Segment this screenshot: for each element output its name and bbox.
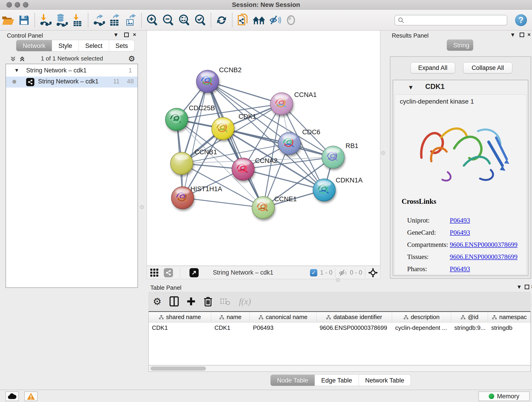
close-panel-icon[interactable]: × [133,32,136,38]
share-document-button[interactable] [235,12,251,28]
refresh-button[interactable] [214,12,230,28]
table-cell[interactable]: CDK1 [211,322,250,333]
memory-button[interactable]: Memory [478,391,530,401]
table-cell[interactable]: P06493 [250,322,317,333]
column-header-description[interactable]: description [392,312,451,322]
open-session-button[interactable] [0,12,16,28]
network-row[interactable]: String Network – cdk1 11 48 [6,77,138,88]
table-settings-button[interactable]: ⚙ [149,293,166,309]
network-node-RB1[interactable] [322,146,344,168]
tab-network-table[interactable]: Network Table [359,375,411,386]
table-cell[interactable]: cyclin-dependent ... [392,322,451,333]
crosslink-link[interactable]: P06493 [450,217,470,224]
close-panel-icon[interactable]: × [531,283,532,290]
left-splitter-handle[interactable] [140,205,144,209]
zoom-in-button[interactable] [144,12,160,28]
network-canvas[interactable]: CCNB2CCNA1CDC25BCDK1CDC6RB1CCNB1CCNA2CDK… [147,30,380,266]
tab-node-table[interactable]: Node Table [270,375,315,386]
collapse-all-button[interactable]: Collapse All [463,62,512,73]
help-glyph: ? [519,15,524,25]
tab-string[interactable]: String [447,39,473,51]
table-horizontal-scrollbar[interactable] [148,365,531,372]
delete-column-button[interactable] [200,293,216,309]
hide-unhide-button[interactable] [267,12,283,28]
help-button[interactable]: ? [515,14,527,26]
column-header-database-identifier[interactable]: database identifier [317,312,392,322]
node-result-header[interactable]: ▼ CDK1 [393,80,528,95]
zoom-selected-button[interactable] [192,12,208,28]
export-network-button[interactable] [91,12,107,28]
column-header-shared-name[interactable]: shared name [149,312,211,322]
table-row[interactable]: CDK1CDK1P064939606.ENSP00000378699cyclin… [149,322,530,333]
column-header-@id[interactable]: @id [451,312,488,322]
network-node-CCNA1[interactable] [270,93,293,115]
column-header-canonical-name[interactable]: canonical name [250,312,317,322]
network-node-CDC6[interactable] [278,132,301,155]
table-cell[interactable]: stringdb:9... [451,322,488,333]
network-node-CCNB2[interactable] [196,70,219,93]
tab-edge-table[interactable]: Edge Table [315,375,359,386]
birdseye-grid-icon[interactable] [150,268,159,277]
import-table-button[interactable] [70,12,85,28]
network-node-CCNE1[interactable] [252,196,274,219]
crosslink-link[interactable]: P06493 [450,229,470,236]
network-node-CCNA2[interactable] [232,158,254,180]
crosslink-link[interactable]: 9606.ENSP00000378699 [450,241,518,249]
tab-sets[interactable]: Sets [109,40,134,51]
network-collection-row[interactable]: ▼ String Network – cdk1 1 [6,65,138,77]
table-cell[interactable]: stringdb [488,322,531,333]
network-share-button[interactable] [164,268,173,277]
warnings-button[interactable] [24,391,38,401]
column-header-namespac[interactable]: namespac [488,312,531,322]
panel-menu-icon[interactable]: ▼ [510,32,515,38]
hidden-eye-icon[interactable] [338,269,348,277]
float-panel-icon[interactable] [525,285,529,289]
open-in-new-window-button[interactable] [190,268,199,277]
search-input[interactable] [394,15,507,26]
network-node-CCNB1[interactable] [171,152,193,175]
show-columns-button[interactable] [166,293,183,309]
export-table-button[interactable] [107,12,123,28]
save-session-button[interactable] [16,12,32,28]
crosslink-link[interactable]: P06493 [450,265,470,273]
network-edge-CCNB2-CCNA1[interactable] [208,81,282,104]
home-button[interactable] [251,12,267,28]
create-column-button[interactable] [183,293,200,309]
network-list-header: 1 of 1 Network selected ⚙ [6,54,138,64]
right-splitter-handle[interactable] [381,151,385,155]
zoom-out-button[interactable] [160,12,176,28]
zoom-fit-button[interactable] [176,12,192,28]
import-network-database-button[interactable] [53,12,70,28]
tab-select[interactable]: Select [79,40,109,51]
cloud-button[interactable] [6,391,19,401]
network-node-CDKN1A[interactable] [313,179,336,201]
bottom-splitter-handle[interactable] [336,278,340,282]
gear-icon[interactable]: ⚙ [128,54,135,63]
float-panel-icon[interactable] [520,32,524,37]
network-node-CDK1[interactable] [212,117,234,140]
function-builder-button[interactable]: f(x) [234,293,256,309]
column-header-name[interactable]: name [211,312,250,322]
network-edge-HIST1H1A-CCNE1[interactable] [183,198,263,208]
close-panel-icon[interactable]: × [527,32,531,38]
export-image-button[interactable] [123,12,139,28]
collapse-triangle-icon[interactable]: ▼ [14,67,19,73]
table-cell[interactable]: 9606.ENSP00000378699 [317,322,392,333]
selected-checkbox-icon[interactable]: ✓ [310,269,317,276]
tab-style[interactable]: Style [52,40,79,51]
network-node-CDC25B[interactable] [165,108,188,131]
expand-all-button[interactable]: Expand All [411,62,455,73]
node-gloss-highlight [175,154,189,160]
float-panel-icon[interactable] [124,32,129,37]
table-cell[interactable]: CDK1 [149,322,211,333]
panel-menu-icon[interactable]: ▼ [113,32,119,38]
scrollbar-thumb[interactable] [151,366,206,370]
tab-network[interactable]: Network [16,40,52,51]
import-network-file-button[interactable] [37,12,53,28]
collapse-triangle-icon[interactable]: ▼ [408,84,414,91]
crosslink-link[interactable]: 9606.ENSP00000378699 [450,253,518,261]
panel-menu-icon[interactable]: ▼ [516,284,522,290]
delete-table-button[interactable] [216,293,234,309]
fit-selected-crosshair-icon[interactable] [368,268,378,278]
show-hidden-button[interactable] [283,12,299,28]
